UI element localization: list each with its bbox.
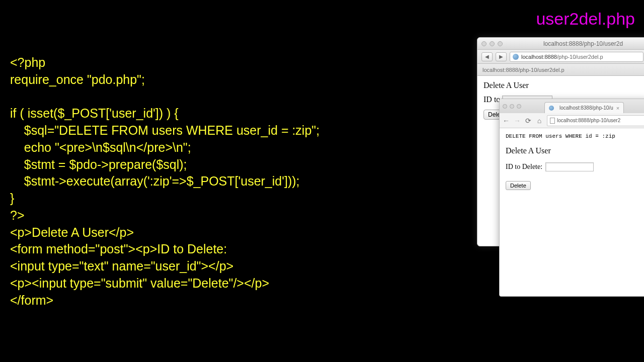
slide-title: user2del.php — [536, 9, 635, 29]
safari-toolbar: ◀ ▶ localhost:8888/php-10/user2del.p — [477, 50, 644, 64]
minimize-dot-icon[interactable] — [490, 41, 495, 46]
chrome-address-bar[interactable]: localhost:8888/php-10/user2 — [547, 115, 644, 126]
minimize-dot-icon[interactable] — [510, 104, 514, 109]
page-icon — [550, 118, 555, 124]
globe-icon — [513, 54, 519, 60]
traffic-lights[interactable] — [503, 104, 521, 109]
chrome-tab-label: localhost:8388/php-10/u — [559, 105, 613, 111]
forward-button[interactable]: ▶ — [496, 52, 507, 61]
chrome-tab[interactable]: localhost:8388/php-10/u × — [544, 102, 624, 113]
back-icon[interactable]: ← — [503, 117, 510, 125]
forward-icon[interactable]: → — [514, 117, 521, 125]
delete-button[interactable]: Delete — [506, 181, 531, 190]
user-id-input[interactable] — [545, 162, 594, 171]
close-tab-icon[interactable]: × — [616, 105, 619, 111]
chrome-url: localhost:8888/php-10/user2 — [557, 118, 620, 123]
globe-icon — [549, 106, 554, 111]
address-host: localhost:8888 — [521, 54, 557, 60]
id-label: ID to Delete: — [506, 163, 542, 171]
safari-tab-bar[interactable]: localhost:8888/php-10/user2del.p — [477, 64, 644, 76]
safari-window-title: localhost:8888/php-10/user2d — [523, 40, 643, 47]
back-button[interactable]: ◀ — [481, 52, 493, 61]
id-label: ID to — [484, 95, 500, 104]
safari-address-bar[interactable]: localhost:8888/php-10/user2del.p — [510, 52, 643, 62]
home-icon[interactable]: ⌂ — [536, 117, 543, 125]
page-heading: Delete A User — [484, 81, 641, 90]
php-code-block: <?php require_once "pdo.php"; if ( isset… — [10, 54, 319, 309]
chrome-window: localhost:8388/php-10/u × ← → ⟳ ⌂ localh… — [499, 99, 644, 297]
address-path: /php-10/user2del.p — [557, 54, 603, 60]
chrome-tabstrip: localhost:8388/php-10/u × — [500, 99, 644, 113]
traffic-lights[interactable] — [481, 41, 503, 46]
reload-icon[interactable]: ⟳ — [525, 117, 532, 125]
close-dot-icon[interactable] — [503, 104, 507, 109]
safari-titlebar: localhost:8888/php-10/user2d — [477, 38, 644, 50]
sql-output: DELETE FROM users WHERE id = :zip — [506, 133, 643, 139]
zoom-dot-icon[interactable] — [517, 104, 521, 109]
zoom-dot-icon[interactable] — [498, 41, 503, 46]
close-dot-icon[interactable] — [481, 41, 487, 46]
chrome-page-content: DELETE FROM users WHERE id = :zip Delete… — [500, 128, 644, 195]
chrome-toolbar: ← → ⟳ ⌂ localhost:8888/php-10/user2 — [500, 113, 644, 128]
safari-tab-label: localhost:8888/php-10/user2del.p — [482, 67, 565, 73]
page-heading: Delete A User — [506, 146, 643, 155]
